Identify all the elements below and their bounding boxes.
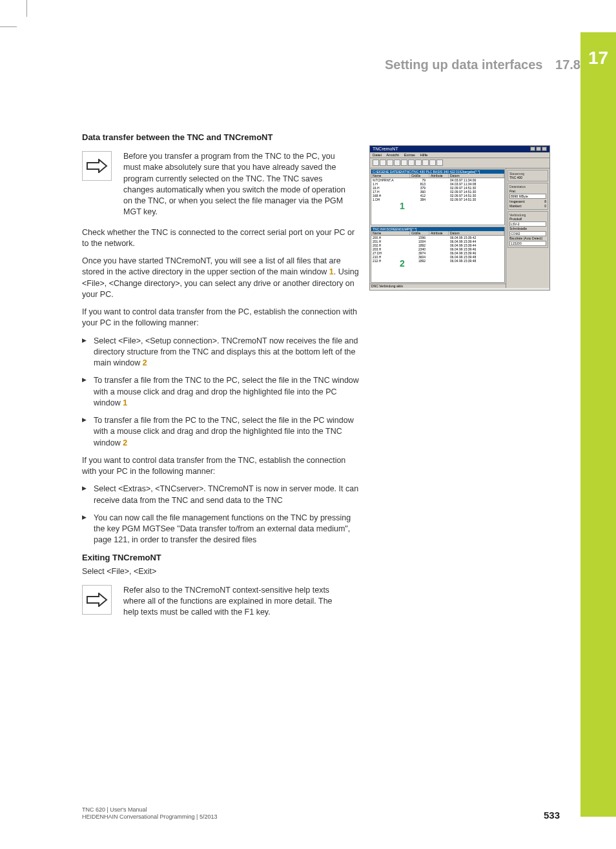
text-run: To transfer a file from the TNC to the P… xyxy=(94,376,359,407)
body-paragraph: If you want to control data transfer fro… xyxy=(82,307,360,329)
body-paragraph: Check whether the TNC is connected to th… xyxy=(82,227,360,250)
page-footer: TNC 620 | User's Manual HEIDENHAIN Conve… xyxy=(82,806,560,821)
highlight-number: 1 xyxy=(329,267,334,276)
note-text: Before you transfer a program from the T… xyxy=(123,151,347,218)
callout-number: 2 xyxy=(400,258,405,269)
file-table: %TCHPRNT.A7904.03.97 11:34:061.H81304.03… xyxy=(371,178,504,201)
list-item: To transfer a file from the TNC to the P… xyxy=(82,375,360,409)
menu-bar: Datei Ansicht Extras Hilfe xyxy=(370,152,549,158)
embedded-screenshot: TNCremoNT Datei Ansicht Extras Hilfe C:\… xyxy=(369,145,550,291)
menu-item: Hilfe xyxy=(420,153,427,157)
table-row: 212.H189206.04.99 15:39:48 xyxy=(371,259,504,263)
text-run: Select <File>, <Setup connection>. TNCre… xyxy=(94,336,358,368)
header-title: Setting up data interfaces xyxy=(385,57,543,72)
callout-number: 1 xyxy=(400,201,405,211)
list-item: You can now call the file management fun… xyxy=(82,513,360,546)
section-heading: Data transfer between the TNC and TNCrem… xyxy=(82,132,360,142)
window-title: TNCremoNT xyxy=(373,147,398,152)
text-run: To transfer a file from the PC to the TN… xyxy=(94,416,354,447)
chapter-number: 17 xyxy=(580,32,616,68)
file-pane-top: C:\EIGENE DATEIEN\TNC\TNC 430 PLC BASIS … xyxy=(371,169,505,225)
crop-mark xyxy=(0,26,17,27)
side-panel: Steuerung TNC 400 Dateistatus Frei: 8998… xyxy=(506,169,549,288)
file-table: 200.H159606.04.99 15:39:42201.H100406.04… xyxy=(371,236,504,263)
highlight-number: 1 xyxy=(123,398,127,407)
list-item: To transfer a file from the PC to the TN… xyxy=(82,415,360,449)
header-section-number: 17.8 xyxy=(555,57,580,72)
status-bar: DNC Verbindung aktiv xyxy=(370,283,506,288)
column-headers: Name Größe Attribute Datum xyxy=(371,231,504,236)
text-run: Once you have started TNCremoNT, you wil… xyxy=(82,256,341,276)
arrow-note-icon xyxy=(82,585,112,615)
running-header: Setting up data interfaces 17.8 xyxy=(277,57,580,72)
window-titlebar: TNCremoNT xyxy=(370,146,549,152)
body-paragraph: If you want to control data transfer fro… xyxy=(82,455,360,478)
body-paragraph: Select <File>, <Exit> xyxy=(82,566,360,577)
page-number: 533 xyxy=(544,810,560,821)
body-paragraph: Once you have started TNCremoNT, you wil… xyxy=(82,256,360,300)
highlight-number: 2 xyxy=(143,358,147,367)
note-text: Refer also to the TNCremoNT context-sens… xyxy=(123,585,347,619)
note-box: Refer also to the TNCremoNT context-sens… xyxy=(82,585,360,619)
menu-item: Datei xyxy=(373,153,382,157)
chapter-side-tab: 17 xyxy=(580,32,616,817)
window-buttons xyxy=(529,147,547,152)
highlight-number: 2 xyxy=(123,438,127,447)
footer-line: HEIDENHAIN Conversational Programming | … xyxy=(82,813,217,821)
list-item: Select <File>, <Setup connection>. TNCre… xyxy=(82,336,360,369)
footer-line: TNC 620 | User's Manual xyxy=(82,806,217,813)
footer-meta: TNC 620 | User's Manual HEIDENHAIN Conve… xyxy=(82,806,217,821)
arrow-note-icon xyxy=(82,151,112,181)
crop-mark xyxy=(26,0,27,17)
file-pane-bottom: TNC:\NK\SCREENDUMPS[*.*] Name Größe Attr… xyxy=(371,227,505,283)
step-list: Select <File>, <Setup connection>. TNCre… xyxy=(82,336,360,449)
note-box: Before you transfer a program from the T… xyxy=(82,151,360,218)
menu-item: Extras xyxy=(404,153,415,157)
subsection-heading: Exiting TNCremoNT xyxy=(82,553,360,562)
menu-item: Ansicht xyxy=(386,153,399,157)
list-item: Select <Extras>, <TNCserver>. TNCremoNT … xyxy=(82,484,360,506)
toolbar xyxy=(370,158,549,169)
step-list: Select <Extras>, <TNCserver>. TNCremoNT … xyxy=(82,484,360,546)
column-headers: Name Größe Attribute Datum xyxy=(371,174,504,178)
table-row: 1.DH38402.09.97 14:51:30 xyxy=(371,198,504,201)
